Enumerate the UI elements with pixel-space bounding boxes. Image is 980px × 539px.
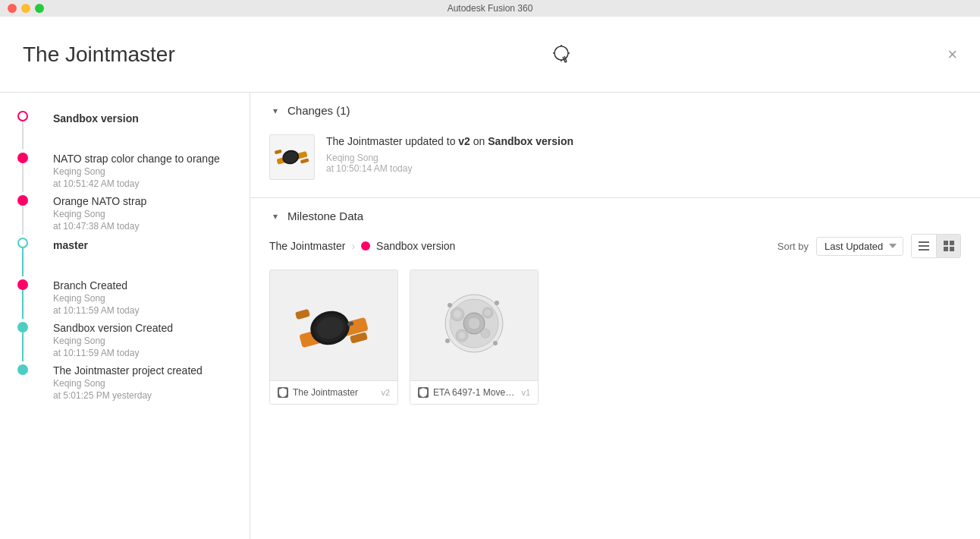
sort-label: Sort by xyxy=(777,241,809,252)
tl-col-sandbox-header xyxy=(0,108,46,150)
change-item: The Jointmaster updated to v2 on Sandbox… xyxy=(269,128,961,186)
tl-line-master xyxy=(22,248,24,276)
sandbox-header-label: Sandbox version xyxy=(53,111,234,125)
tl-text-sandbox-created: Sandbox version Created Keqing Song at 1… xyxy=(46,319,250,361)
tl-text-master: master xyxy=(46,235,250,276)
branch-created-label: Branch Created xyxy=(53,279,234,292)
timeline-sidebar: Sandbox version NATO strap color change … xyxy=(0,93,250,539)
tl-dot-nato-strap xyxy=(17,153,28,163)
grid-item-eta[interactable]: ETA 6497-1 Movem... v1 xyxy=(410,270,539,405)
milestone-section-header: ▾ Milestone Data xyxy=(269,210,961,222)
tl-line-after-sandbox-header xyxy=(22,121,24,150)
grid-item-jointmaster[interactable]: The Jointmaster v2 xyxy=(269,270,398,405)
modal-title: The Jointmaster xyxy=(23,43,175,67)
sandbox-created-author: Keqing Song xyxy=(53,336,234,346)
tl-line-branch-created xyxy=(22,290,24,319)
svg-rect-25 xyxy=(295,308,310,319)
timeline-row-master: master xyxy=(0,235,250,276)
change-version: v2 xyxy=(458,135,470,147)
svg-point-37 xyxy=(481,329,490,338)
svg-rect-14 xyxy=(919,245,929,247)
svg-rect-11 xyxy=(300,158,309,163)
tl-line-orange-nato xyxy=(22,206,24,235)
orange-nato-label: Orange NATO strap xyxy=(53,195,234,207)
change-thumbnail xyxy=(269,134,315,180)
svg-point-36 xyxy=(459,333,465,339)
milestone-name: Sandbox version xyxy=(376,240,455,252)
svg-point-38 xyxy=(448,303,452,307)
change-on: on xyxy=(473,135,488,147)
window-controls xyxy=(8,4,44,13)
svg-rect-19 xyxy=(950,247,954,251)
change-action: updated to xyxy=(405,135,458,147)
tl-dot-master xyxy=(17,238,28,248)
grid-name-eta: ETA 6497-1 Movem... xyxy=(433,387,517,398)
sort-select[interactable]: Last Updated Name Date Created xyxy=(816,237,903,256)
tl-text-orange-nato: Orange NATO strap Keqing Song at 10:47:3… xyxy=(46,192,250,235)
tl-dot-orange-nato xyxy=(17,195,28,206)
tl-col-project-created xyxy=(0,361,46,404)
list-view-button[interactable] xyxy=(912,235,936,257)
svg-point-0 xyxy=(554,46,568,60)
branch-created-author: Keqing Song xyxy=(53,293,234,304)
milestone-controls: Sort by Last Updated Name Date Created xyxy=(777,234,961,258)
timeline-row-orange-nato: Orange NATO strap Keqing Song at 10:47:3… xyxy=(0,192,250,235)
grid-footer-eta: ETA 6497-1 Movem... v1 xyxy=(410,380,538,404)
svg-rect-13 xyxy=(919,241,929,243)
svg-rect-12 xyxy=(275,150,282,155)
change-meta: Keqing Song at 10:50:14 AM today xyxy=(326,153,961,174)
tl-col-orange-nato xyxy=(0,192,46,235)
change-milestone-name: Sandbox version xyxy=(488,135,573,147)
milestone-color-badge xyxy=(361,241,370,251)
grid-name-jointmaster: The Jointmaster xyxy=(293,387,376,398)
svg-rect-16 xyxy=(944,241,948,245)
changes-section: ▾ Changes (1) xyxy=(250,93,980,198)
timeline-row-branch-created: Branch Created Keqing Song at 10:11:59 A… xyxy=(0,276,250,319)
change-project-name: The Jointmaster xyxy=(326,135,402,147)
milestone-chevron-icon: ▾ xyxy=(269,210,281,222)
milestone-project-link[interactable]: The Jointmaster xyxy=(269,240,345,252)
nato-strap-label: NATO strap color change to orange xyxy=(53,153,234,165)
grid-view-button[interactable] xyxy=(936,235,960,257)
header-center xyxy=(550,43,573,66)
change-author: Keqing Song xyxy=(326,153,961,163)
svg-rect-18 xyxy=(944,247,948,251)
tl-text-branch-created: Branch Created Keqing Song at 10:11:59 A… xyxy=(46,276,250,319)
master-label: master xyxy=(53,238,234,251)
modal-body: Sandbox version NATO strap color change … xyxy=(0,93,980,539)
grid-thumb-eta xyxy=(410,270,538,380)
svg-point-34 xyxy=(485,310,491,316)
tl-dot-branch-created xyxy=(17,279,28,290)
svg-point-41 xyxy=(445,339,450,343)
changes-title: Changes (1) xyxy=(287,104,350,117)
tl-text-project-created: The Jointmaster project created Keqing S… xyxy=(46,361,250,404)
modal: The Jointmaster × xyxy=(0,17,980,539)
maximize-dot[interactable] xyxy=(35,4,44,13)
tl-col-nato-strap xyxy=(0,150,46,192)
nato-strap-author: Keqing Song xyxy=(53,166,234,177)
sandbox-created-label: Sandbox version Created xyxy=(53,322,234,334)
tl-col-branch-created xyxy=(0,276,46,319)
grid-footer-jointmaster: The Jointmaster v2 xyxy=(270,380,397,404)
timeline-row-nato-strap: NATO strap color change to orange Keqing… xyxy=(0,150,250,192)
tl-dot-sandbox-header xyxy=(17,111,28,121)
close-dot[interactable] xyxy=(8,4,17,13)
tl-line-project-created xyxy=(22,375,24,404)
timeline-row-project-created: The Jointmaster project created Keqing S… xyxy=(0,361,250,404)
minimize-dot[interactable] xyxy=(21,4,30,13)
grid-thumb-jointmaster xyxy=(270,270,397,380)
svg-point-39 xyxy=(495,301,499,305)
close-button[interactable]: × xyxy=(947,46,957,63)
items-grid: The Jointmaster v2 xyxy=(269,270,961,405)
changes-chevron-icon: ▾ xyxy=(269,105,281,117)
svg-rect-17 xyxy=(950,241,954,245)
shield-icon-eta xyxy=(418,387,429,398)
titlebar: Autodesk Fusion 360 xyxy=(0,0,980,17)
milestone-breadcrumb: The Jointmaster › Sandbox version xyxy=(269,240,455,252)
timeline-row-sandbox-header: Sandbox version xyxy=(0,108,250,150)
timeline-wrapper: Sandbox version NATO strap color change … xyxy=(0,108,250,404)
shield-icon-jointmaster xyxy=(278,387,288,398)
view-toggle xyxy=(911,234,961,258)
tl-col-sandbox-created xyxy=(0,319,46,361)
svg-point-32 xyxy=(454,310,461,318)
